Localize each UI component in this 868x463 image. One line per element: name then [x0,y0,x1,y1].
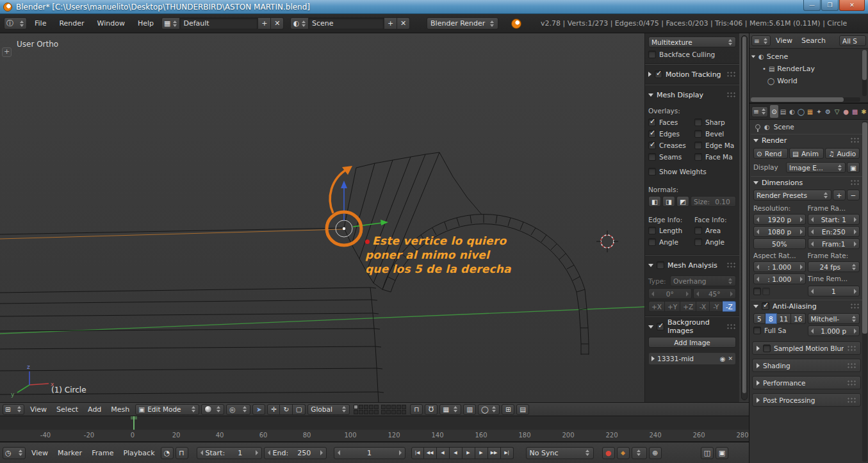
layer-cell[interactable] [354,405,358,409]
viewport-canvas[interactable]: x y z [0,33,749,402]
sharp-checkbox[interactable]: Sharp [694,117,736,127]
increment-arrow-icon[interactable] [256,450,258,455]
panel-grip-icon[interactable] [850,303,860,309]
panel-grip-icon[interactable] [847,380,856,386]
menu-view[interactable]: View [28,446,52,459]
record-button[interactable]: ● [602,447,615,459]
menu-add[interactable]: Add [84,403,105,416]
frame-rate-dropdown[interactable]: 24 fps [808,261,860,272]
screen-layout-add-button[interactable]: + [258,17,271,29]
expand-arrow-icon[interactable] [753,139,758,142]
layer-cell[interactable] [369,410,373,414]
edge-length-checkbox[interactable]: Length [648,225,693,236]
tab-object[interactable]: ▦ [806,105,814,118]
decrement-arrow-icon[interactable] [811,217,814,222]
panel-grip-icon[interactable] [726,71,736,77]
scene-add-button[interactable]: + [384,17,397,29]
scene-name-field[interactable]: Scene [309,17,384,29]
expand-arrow-icon[interactable] [648,93,653,97]
remove-preset-button[interactable]: − [847,190,860,200]
lock-interface-button[interactable]: ▣ [847,162,860,173]
screen-layout-browse-button[interactable]: ▦ [161,17,180,29]
screen-layout-delete-button[interactable]: ✕ [271,17,284,29]
collapse-arrow-icon[interactable] [648,72,651,77]
checkbox[interactable] [648,142,656,149]
panel-grip-icon[interactable] [850,137,860,143]
jump-to-end-button[interactable]: ▶| [501,447,514,459]
aspect-y-field[interactable]: : 1.000 [753,273,806,284]
add-preset-button[interactable]: + [833,190,846,200]
eye-icon[interactable]: ◉ [720,355,726,362]
increment-arrow-icon[interactable] [854,217,856,222]
increment-arrow-icon[interactable] [854,241,856,247]
increment-arrow-icon[interactable] [730,291,733,296]
aa-filter-dropdown[interactable]: Mitchell- [808,313,860,324]
edge-marks-checkbox[interactable]: Edge Ma [694,140,736,150]
transform-orientation-dropdown[interactable]: Global [307,404,350,415]
minimize-button[interactable]: — [803,0,821,11]
play-button[interactable]: ▶ [463,447,475,459]
checkbox[interactable] [657,323,664,330]
layer-cell[interactable] [369,405,373,409]
viewport-shading-dropdown[interactable]: Multitexture [648,37,736,47]
performance-panel-header[interactable]: Performance [752,376,861,389]
render-presets-dropdown[interactable]: Render Presets [753,190,831,200]
increment-arrow-icon[interactable] [800,229,803,234]
checkbox[interactable] [648,227,656,234]
copy-data-path-button[interactable]: ◫ [701,447,714,459]
expand-arrow-icon[interactable] [648,325,653,329]
increment-arrow-icon[interactable] [320,450,323,455]
layer-cell[interactable] [359,410,363,414]
decrement-arrow-icon[interactable] [811,241,814,247]
increment-arrow-icon[interactable] [800,217,803,222]
snap-element-dropdown[interactable]: ▦ [439,404,461,415]
tab-modifiers[interactable]: ⚙ [824,105,832,118]
menu-file[interactable]: File [29,17,51,30]
faces-checkbox[interactable]: Faces [648,117,693,127]
checkbox[interactable] [655,70,662,78]
menu-marker[interactable]: Marker [54,446,86,459]
collapse-arrow-icon[interactable] [757,380,760,386]
face-angle-checkbox[interactable]: Angle [694,237,736,247]
panel-grip-icon[interactable] [847,345,856,352]
scrollbar-thumb[interactable] [862,122,867,334]
maximize-button[interactable]: ❐ [821,0,839,11]
dimensions-panel-header[interactable]: Dimensions [751,177,862,188]
decrement-arrow-icon[interactable] [757,229,759,234]
3d-viewport[interactable]: x y z User Ortho + Este vertice lo quier… [0,33,749,402]
layer-cell[interactable] [386,405,391,409]
creases-checkbox[interactable]: Creases [648,140,693,150]
time-remap-field[interactable]: 1 [808,286,860,296]
tab-constraints[interactable]: ✦ [815,105,823,118]
aa-samples-11-button[interactable]: 11 [777,313,791,324]
aa-samples-5-button[interactable]: 5 [753,313,766,324]
checkbox[interactable] [753,327,761,334]
scale-manipulator-button[interactable]: ▢ [293,404,306,415]
timeline-ruler[interactable]: -40 -20 0 20 40 60 80 100 120 140 160 18… [0,416,749,442]
keying-set-indicator[interactable]: ◆ [617,447,630,459]
collapse-arrow-icon[interactable] [757,398,760,403]
properties-editor-type-button[interactable]: ≡ [751,106,768,117]
checkbox[interactable] [694,142,702,149]
menu-view[interactable]: View [772,35,796,47]
axis-plus-z-button[interactable]: +Z [680,301,696,312]
checkbox[interactable] [694,238,702,246]
next-keyframe-button[interactable]: ▶▶ [488,447,501,459]
aspect-x-field[interactable]: : 1.000 [753,261,806,272]
menu-playback[interactable]: Playback [119,446,158,459]
menu-view[interactable]: View [26,403,51,416]
increment-arrow-icon[interactable] [800,277,803,282]
toolshelf-open-button[interactable]: + [2,47,12,57]
decrement-arrow-icon[interactable] [201,450,203,455]
mode-dropdown[interactable]: ▣Edit Mode [135,404,199,415]
rotate-manipulator-button[interactable]: ↻ [280,404,293,415]
layer-cell[interactable] [402,405,406,409]
decrement-arrow-icon[interactable] [757,217,759,222]
increment-arrow-icon[interactable] [854,289,856,294]
driver-button[interactable]: ▣ [716,447,728,459]
panel-grip-icon[interactable] [850,179,860,186]
panel-grip-icon[interactable] [726,323,736,330]
snap-toggle-button[interactable]: Ω [425,404,438,415]
render-opengl-button[interactable]: ⊞ [502,404,514,415]
render-still-button[interactable]: ⊙Rend [753,148,788,159]
